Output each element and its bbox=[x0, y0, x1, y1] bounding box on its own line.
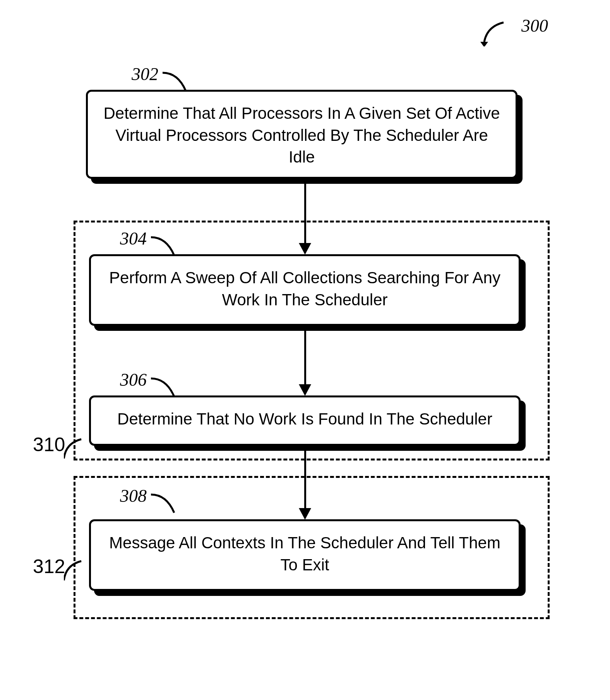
block-306-text: Determine That No Work Is Found In The S… bbox=[117, 410, 492, 428]
leader-312 bbox=[64, 559, 83, 582]
ref-label-310: 310 bbox=[33, 433, 65, 456]
figure-ref-arc bbox=[480, 19, 507, 46]
ref-label-302: 302 bbox=[132, 64, 158, 84]
block-302-text: Determine That All Processors In A Given… bbox=[103, 104, 500, 166]
block-306: Determine That No Work Is Found In The S… bbox=[89, 395, 521, 446]
block-304: Perform A Sweep Of All Collections Searc… bbox=[89, 254, 521, 326]
arrow-304-306 bbox=[299, 331, 311, 396]
leader-308 bbox=[151, 491, 178, 515]
block-308: Message All Contexts In The Scheduler An… bbox=[89, 519, 521, 591]
ref-label-304: 304 bbox=[120, 228, 147, 249]
ref-label-308: 308 bbox=[120, 486, 147, 506]
leader-306 bbox=[151, 375, 178, 399]
leader-310 bbox=[64, 437, 83, 460]
ref-label-306: 306 bbox=[120, 370, 147, 390]
leader-302 bbox=[163, 70, 190, 93]
svg-marker-0 bbox=[480, 42, 488, 46]
block-308-text: Message All Contexts In The Scheduler An… bbox=[109, 534, 500, 574]
block-302: Determine That All Processors In A Given… bbox=[86, 90, 517, 179]
block-304-text: Perform A Sweep Of All Collections Searc… bbox=[109, 269, 500, 309]
figure-ref-300: 300 bbox=[521, 15, 548, 36]
leader-304 bbox=[151, 234, 178, 257]
ref-label-312: 312 bbox=[33, 555, 65, 578]
